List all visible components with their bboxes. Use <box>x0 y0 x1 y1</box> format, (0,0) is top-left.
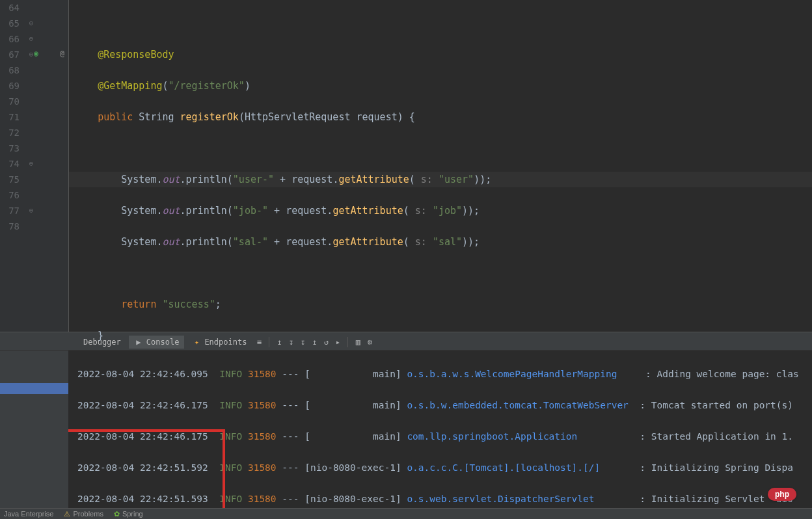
annotation: @ResponseBody <box>98 49 174 60</box>
status-problems[interactable]: ⚠Problems <box>64 510 103 518</box>
line-number: 77 <box>0 203 20 219</box>
line-number: 73 <box>0 140 20 156</box>
log-row: 2022-08-04 22:42:51.592 INFO 31580 --- [… <box>77 460 812 475</box>
console-area[interactable]: 2022-08-04 22:42:46.095 INFO 31580 --- [… <box>68 351 812 516</box>
code-area[interactable]: @ResponseBody @GetMapping("/registerOk")… <box>69 0 812 332</box>
separator <box>347 337 348 347</box>
line-number: 74 <box>0 156 20 172</box>
line-number: 67 <box>0 47 20 62</box>
console-icon: ▶ <box>134 338 143 347</box>
line-number: 64 <box>0 0 20 16</box>
reset-icon[interactable]: ↺ <box>321 338 331 347</box>
play-icon[interactable]: ▸ <box>333 338 342 347</box>
console-wrapper: 2022-08-04 22:42:46.095 INFO 31580 --- [… <box>0 351 812 516</box>
tab-debugger[interactable]: Debugger <box>78 336 126 349</box>
console-gutter <box>0 351 68 516</box>
line-number: 76 <box>0 187 20 203</box>
layout-icon[interactable]: ▥ <box>353 338 362 347</box>
log-row: 2022-08-04 22:42:46.175 INFO 31580 --- [… <box>77 429 812 444</box>
selection-mark <box>0 383 68 394</box>
line-number: 68 <box>0 62 20 78</box>
gutter-icons: ◉ @ ⊖ ⊖ ⊖ ⊖ ⊖ <box>31 0 69 332</box>
line-number: 72 <box>0 125 20 140</box>
fold-icon[interactable]: ⊖ <box>27 159 35 168</box>
line-gutter: 64 65 66 67 68 69 70 71 72 73 74 75 76 7… <box>0 0 31 332</box>
annotation: @GetMapping <box>98 80 162 92</box>
line-number: 75 <box>0 172 20 187</box>
status-spring[interactable]: ✿Spring <box>114 510 143 518</box>
fold-icon[interactable]: ⊖ <box>27 206 35 215</box>
fold-icon[interactable]: ⊖ <box>27 19 35 27</box>
fold-icon[interactable]: ⊖ <box>27 34 35 43</box>
line-number: 78 <box>0 219 20 234</box>
down-icon[interactable]: ↧ <box>286 338 295 347</box>
line-number: 70 <box>0 94 20 109</box>
tab-console[interactable]: ▶Console <box>129 336 185 349</box>
filter-icon[interactable]: ≡ <box>254 338 264 347</box>
status-java-enterprise[interactable]: Java Enterprise <box>4 510 53 518</box>
editor-container: 64 65 66 67 68 69 70 71 72 73 74 75 76 7… <box>0 0 812 332</box>
up-icon[interactable]: ↥ <box>275 338 284 347</box>
line-number: 66 <box>0 31 20 47</box>
warning-icon: ⚠ <box>64 510 70 518</box>
php-badge: php <box>768 488 796 501</box>
override-icon[interactable]: @ <box>60 49 64 58</box>
fold-icon[interactable]: ⊖ <box>27 50 35 59</box>
log-row: 2022-08-04 22:42:46.095 INFO 31580 --- [… <box>77 366 812 382</box>
log-row: 2022-08-04 22:42:51.593 INFO 31580 --- [… <box>77 491 812 507</box>
method-name: registerOk <box>180 111 239 123</box>
spring-icon: ✿ <box>114 510 120 518</box>
line-number: 65 <box>0 16 20 31</box>
export-icon[interactable]: ↥ <box>310 338 319 347</box>
line-number: 69 <box>0 78 20 94</box>
settings-icon[interactable]: ⚙ <box>365 338 374 347</box>
log-row: 2022-08-04 22:42:46.175 INFO 31580 --- [… <box>77 397 812 413</box>
line-number: 71 <box>0 109 20 125</box>
tab-endpoints[interactable]: ✦Endpoints <box>187 336 252 349</box>
down2-icon[interactable]: ↧ <box>298 338 307 347</box>
endpoints-icon: ✦ <box>192 338 201 347</box>
status-bar: Java Enterprise ⚠Problems ✿Spring <box>0 508 812 519</box>
separator <box>269 337 269 347</box>
